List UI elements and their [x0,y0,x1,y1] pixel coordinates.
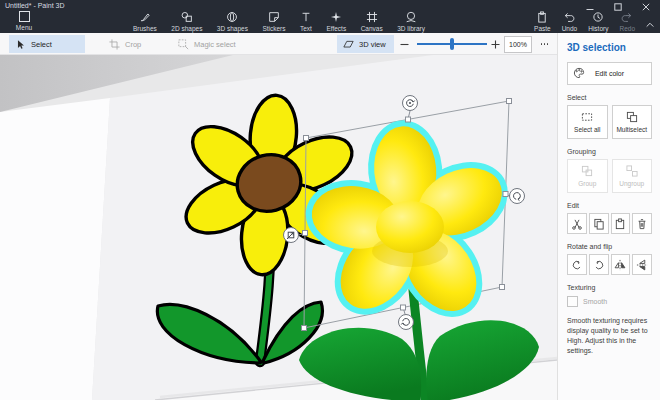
3d-flower-center [376,201,444,253]
flip-vertical-icon [636,259,648,271]
cut-button[interactable] [567,213,587,234]
plus-icon [491,40,500,49]
redo-icon [621,11,633,23]
menu-button[interactable]: Menu [6,11,42,31]
3d-view-label: 3D view [359,40,386,49]
grouping-section-label: Grouping [567,148,652,155]
crop-label: Crop [125,40,141,49]
handle-top-mid [406,117,411,122]
stickers-tool[interactable]: Stickers [262,11,285,32]
select-tool-button[interactable]: Select [9,35,85,53]
text-tool[interactable]: Text [300,11,312,32]
canvas-3d-view[interactable] [0,55,557,400]
minus-icon [400,40,409,49]
trash-icon [636,218,648,230]
stickers-icon [268,11,280,23]
smooth-label: Smooth [583,298,607,305]
zoom-in-button[interactable] [488,35,502,53]
flip-horizontal-button[interactable] [611,254,631,275]
close-icon [642,3,650,11]
texturing-section-label: Texturing [567,284,652,291]
canvas-tool[interactable]: Canvas [361,11,383,32]
3d-shapes-tool[interactable]: 3D shapes [217,11,248,32]
maximize-icon [614,3,622,11]
depth-handle[interactable] [284,228,299,243]
delete-button[interactable] [632,213,652,234]
redo-button[interactable]: Redo [619,11,635,32]
rotate-ccw-icon [571,259,583,271]
multiselect-icon [626,111,638,123]
main-toolbar: Brushes 2D shapes 3D shapes Stickers Tex… [133,11,425,32]
subtoolbar: Select Crop Magic select 3D view 100% [0,33,557,55]
handle-bottom-mid [401,305,406,310]
paste-icon [536,11,548,23]
copy-button[interactable] [589,213,609,234]
select-cursor-icon [15,39,26,50]
rotate-cw-icon [593,259,605,271]
edit-color-button[interactable]: Edit color [567,62,652,85]
select-label: Select [31,40,52,49]
paint3d-window: Untitled* - Paint 3D Menu Brushes 2D sha… [0,0,660,400]
2d-shapes-tool[interactable]: 2D shapes [171,11,202,32]
3d-view-icon [343,39,354,50]
brushes-tool[interactable]: Brushes [133,11,157,32]
handle-bottom-left [302,326,307,331]
crop-button[interactable]: Crop [103,35,147,53]
handle-left-mid [303,231,308,236]
select-all-button[interactable]: Select all [567,105,608,139]
history-button[interactable]: History [588,11,608,32]
magic-select-icon [178,39,189,50]
texturing-note: Smooth texturing requires display qualit… [567,316,652,357]
zoom-slider[interactable] [417,43,487,45]
paste-panel-button[interactable] [611,213,631,234]
zoom-out-button[interactable] [397,35,411,53]
side-panel-3d-selection: 3D selection Edit color Select Select al… [557,33,660,400]
ungroup-button[interactable]: Ungroup [612,159,653,193]
zoom-value: 100% [509,41,527,48]
paste-button[interactable]: Paste [534,11,551,32]
rotate-x-handle[interactable] [510,189,525,204]
3d-shapes-icon [226,11,238,23]
3d-view-button[interactable]: 3D view [337,35,394,53]
history-icon [592,11,604,23]
panel-title: 3D selection [567,42,652,53]
chevron-up-icon [645,20,655,29]
rotate-y-handle[interactable] [399,315,414,330]
magic-select-button[interactable]: Magic select [172,35,242,53]
rotate-left-button[interactable] [567,254,587,275]
cut-icon [571,218,583,230]
flip-vertical-button[interactable] [632,254,652,275]
3d-library-tool[interactable]: 3D library [397,11,425,32]
2d-shapes-icon [181,11,193,23]
zoom-slider-thumb[interactable] [450,38,454,50]
smooth-checkbox[interactable] [567,296,578,307]
zoom-value-box[interactable]: 100% [504,36,532,53]
handle-top-right [507,99,512,104]
magic-select-label: Magic select [194,40,236,49]
expand-toolbar-button[interactable] [645,15,655,33]
rotate-section-label: Rotate and flip [567,243,652,250]
group-button[interactable]: Group [567,159,608,193]
canvas-icon [366,11,378,23]
rotate-z-handle[interactable] [403,96,418,111]
edit-toolbar: Paste Undo History Redo [534,11,635,32]
smooth-checkbox-row[interactable]: Smooth [567,296,652,307]
minimize-icon [586,3,594,11]
multiselect-button[interactable]: Multiselect [612,105,653,139]
crop-icon [109,39,120,50]
flip-horizontal-icon [614,259,626,271]
paste-icon [614,218,626,230]
close-button[interactable] [632,0,660,14]
undo-button[interactable]: Undo [562,11,578,32]
brush-icon [139,11,151,23]
select-section-label: Select [567,94,652,101]
rotate-right-button[interactable] [589,254,609,275]
effects-icon [330,11,342,23]
more-options-button[interactable] [536,35,553,53]
more-options-icon [541,43,543,45]
canvas-area[interactable] [0,55,557,400]
select-all-icon [581,111,593,123]
menu-icon [19,11,30,22]
ungroup-icon [626,165,638,177]
effects-tool[interactable]: Effects [326,11,346,32]
